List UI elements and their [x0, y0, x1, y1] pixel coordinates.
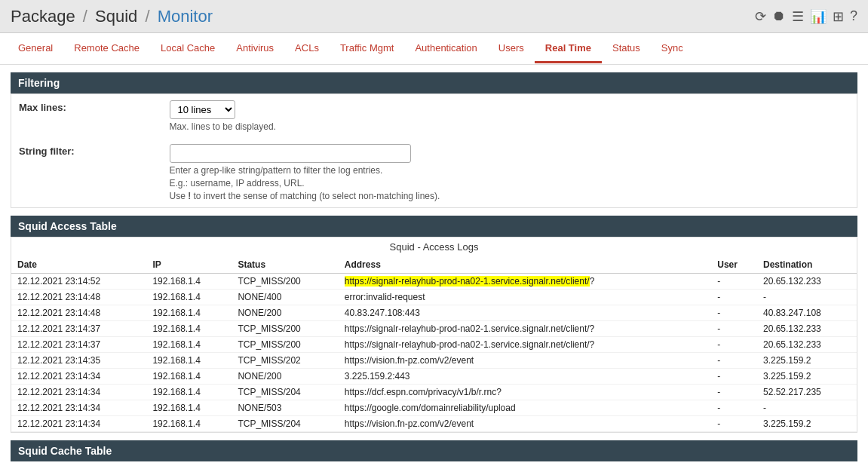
- cell-status: TCP_MISS/204: [232, 416, 338, 432]
- cell-user: -: [711, 400, 757, 416]
- title-sep2: /: [145, 7, 149, 26]
- cell-status: TCP_MISS/200: [232, 274, 338, 290]
- tab-authentication[interactable]: Authentication: [404, 35, 487, 63]
- title-sep1: /: [83, 7, 87, 26]
- cell-address: 3.225.159.2:443: [339, 369, 711, 385]
- menu-icon[interactable]: ☰: [792, 8, 804, 25]
- tab-status[interactable]: Status: [602, 35, 651, 63]
- chart-icon[interactable]: 📊: [810, 8, 827, 25]
- cell-ip: 192.168.1.4: [146, 305, 232, 321]
- cell-user: -: [711, 385, 757, 400]
- cell-status: TCP_MISS/200: [232, 321, 338, 337]
- cell-date: 12.12.2021 23:14:35: [11, 353, 146, 369]
- max-lines-select[interactable]: 10 lines 25 lines 50 lines 100 lines: [170, 100, 235, 119]
- tab-antivirus[interactable]: Antivirus: [225, 35, 284, 63]
- access-table-header-row: Date IP Status Address User Destination: [11, 256, 857, 274]
- max-lines-label: Max lines:: [11, 94, 162, 139]
- refresh-icon[interactable]: ⟳: [755, 8, 766, 25]
- help-icon[interactable]: ?: [850, 8, 857, 24]
- title-package: Package: [11, 7, 75, 26]
- title-squid: Squid: [95, 7, 137, 26]
- main-content: Filtering Max lines: 10 lines 25 lines 5…: [0, 65, 868, 472]
- cell-user: -: [711, 321, 757, 337]
- app-header: Package / Squid / Monitor ⟳ ⏺ ☰ 📊 ⊞ ?: [0, 0, 868, 33]
- cell-date: 12.12.2021 23:14:48: [11, 290, 146, 305]
- col-date: Date: [11, 256, 146, 274]
- string-filter-controls: Enter a grep-like string/pattern to filt…: [162, 138, 857, 208]
- cell-address: https://signalr-relayhub-prod-na02-1.ser…: [339, 321, 711, 337]
- col-address: Address: [339, 256, 711, 274]
- cell-address: https://dcf.espn.com/privacy/v1/b/r.rnc?: [339, 385, 711, 400]
- cell-date: 12.12.2021 23:14:37: [11, 337, 146, 353]
- cell-destination: 40.83.247.108: [757, 305, 857, 321]
- cell-status: TCP_MISS/200: [232, 337, 338, 353]
- cell-ip: 192.168.1.4: [146, 353, 232, 369]
- table-row: 12.12.2021 23:14:52192.168.1.4TCP_MISS/2…: [11, 274, 857, 290]
- grid-icon[interactable]: ⊞: [833, 8, 844, 25]
- table-row: 12.12.2021 23:14:34192.168.1.4TCP_MISS/2…: [11, 385, 857, 400]
- col-destination: Destination: [757, 256, 857, 274]
- cell-user: -: [711, 305, 757, 321]
- access-table-wrapper: Squid - Access Logs Date IP Status Addre…: [11, 237, 857, 433]
- table-row: 12.12.2021 23:14:35192.168.1.4TCP_MISS/2…: [11, 353, 857, 369]
- cell-address: https://signalr-relayhub-prod-na02-1.ser…: [339, 274, 711, 290]
- cell-destination: 3.225.159.2: [757, 416, 857, 432]
- cell-address: https://vision.fn-pz.com/v2/event: [339, 416, 711, 432]
- filtering-section-header: Filtering: [11, 72, 857, 93]
- cell-date: 12.12.2021 23:14:34: [11, 400, 146, 416]
- filter-table: Max lines: 10 lines 25 lines 50 lines 10…: [11, 93, 857, 208]
- string-filter-input[interactable]: [170, 144, 411, 163]
- cell-destination: 3.225.159.2: [757, 369, 857, 385]
- table-row: 12.12.2021 23:14:48192.168.1.4NONE/400er…: [11, 290, 857, 305]
- cell-status: NONE/503: [232, 400, 338, 416]
- stop-icon[interactable]: ⏺: [772, 8, 786, 24]
- tab-real-time[interactable]: Real Time: [535, 35, 602, 63]
- cell-ip: 192.168.1.4: [146, 416, 232, 432]
- cell-ip: 192.168.1.4: [146, 369, 232, 385]
- string-filter-label: String filter:: [11, 138, 162, 208]
- access-log-title: Squid - Access Logs: [11, 238, 857, 256]
- cell-status: TCP_MISS/204: [232, 385, 338, 400]
- max-lines-row: Max lines: 10 lines 25 lines 50 lines 10…: [11, 94, 857, 139]
- table-row: 12.12.2021 23:14:34192.168.1.4NONE/503ht…: [11, 400, 857, 416]
- nav-tabs: General Remote Cache Local Cache Antivir…: [0, 33, 868, 65]
- cell-destination: 20.65.132.233: [757, 321, 857, 337]
- cell-ip: 192.168.1.4: [146, 337, 232, 353]
- cell-ip: 192.168.1.4: [146, 321, 232, 337]
- tab-users[interactable]: Users: [488, 35, 535, 63]
- cell-user: -: [711, 290, 757, 305]
- col-status: Status: [232, 256, 338, 274]
- cache-section-header: Squid Cache Table: [11, 440, 857, 461]
- cell-ip: 192.168.1.4: [146, 385, 232, 400]
- tab-local-cache[interactable]: Local Cache: [150, 35, 225, 63]
- cell-destination: 20.65.132.233: [757, 274, 857, 290]
- cell-status: NONE/400: [232, 290, 338, 305]
- cell-address: https://vision.fn-pz.com/v2/event: [339, 353, 711, 369]
- cell-destination: -: [757, 400, 857, 416]
- header-icons: ⟳ ⏺ ☰ 📊 ⊞ ?: [755, 8, 857, 25]
- table-row: 12.12.2021 23:14:48192.168.1.4NONE/20040…: [11, 305, 857, 321]
- cell-ip: 192.168.1.4: [146, 290, 232, 305]
- tab-acls[interactable]: ACLs: [284, 35, 330, 63]
- col-user: User: [711, 256, 757, 274]
- app-title: Package / Squid / Monitor: [11, 7, 213, 26]
- cell-status: TCP_MISS/202: [232, 353, 338, 369]
- tab-general[interactable]: General: [8, 35, 63, 63]
- filter-desc-1: Enter a grep-like string/pattern to filt…: [170, 165, 850, 176]
- cell-destination: -: [757, 290, 857, 305]
- tab-remote-cache[interactable]: Remote Cache: [63, 35, 150, 63]
- tab-sync[interactable]: Sync: [651, 35, 694, 63]
- cell-status: NONE/200: [232, 369, 338, 385]
- access-log-table: Date IP Status Address User Destination …: [11, 256, 857, 432]
- cell-address: https://google.com/domainreliability/upl…: [339, 400, 711, 416]
- tab-traffic-mgmt[interactable]: Traffic Mgmt: [330, 35, 405, 63]
- cell-user: -: [711, 337, 757, 353]
- cell-date: 12.12.2021 23:14:48: [11, 305, 146, 321]
- cell-user: -: [711, 353, 757, 369]
- cell-status: NONE/200: [232, 305, 338, 321]
- cell-address: https://signalr-relayhub-prod-na02-1.ser…: [339, 337, 711, 353]
- cell-ip: 192.168.1.4: [146, 400, 232, 416]
- cell-date: 12.12.2021 23:14:52: [11, 274, 146, 290]
- table-row: 12.12.2021 23:14:37192.168.1.4TCP_MISS/2…: [11, 321, 857, 337]
- table-row: 12.12.2021 23:14:37192.168.1.4TCP_MISS/2…: [11, 337, 857, 353]
